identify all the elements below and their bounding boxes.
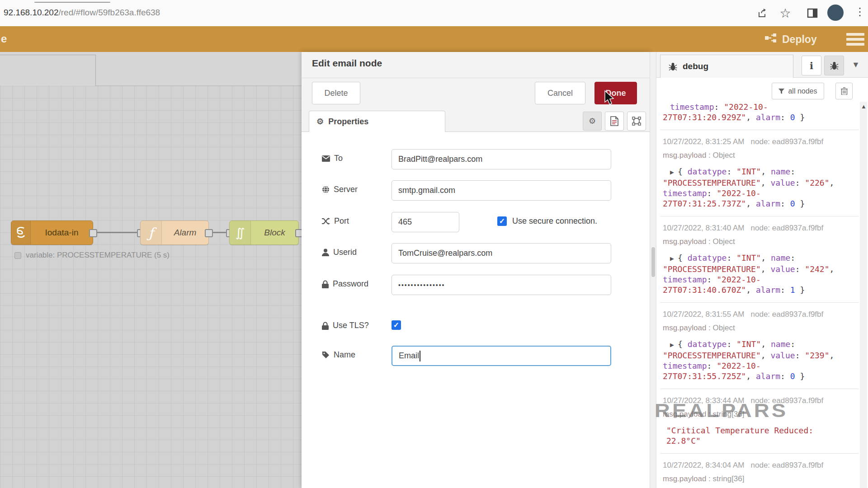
disclosure-triangle-icon[interactable]: ▶ [670,168,674,176]
done-button[interactable]: Done [594,82,637,104]
debug-message[interactable]: 10/27/2022, 8:31:25 AMnode: ead8937a.f9f… [660,130,859,216]
lock-icon [322,322,329,330]
dialog-header: Edit email node Delete Cancel Done ⚙ Pro… [302,52,650,132]
url-text[interactable]: 92.168.10.202/red/#flow/59fb263a.ffe638 [4,8,160,18]
filter-all-nodes-button[interactable]: all nodes [772,83,824,99]
message-meta: 10/27/2022, 8:31:40 AMnode: ead8937a.f9f… [663,223,856,234]
message-meta: 10/27/2022, 8:34:04 AMnode: ead8937a.f9f… [663,460,856,471]
bug-icon [669,62,677,71]
bug-icon [830,61,839,70]
cancel-button[interactable]: Cancel [535,82,585,104]
envelope-icon [322,155,330,162]
browser-avatar[interactable] [827,5,844,21]
divider [302,78,650,78]
clear-messages-button[interactable] [835,83,853,99]
node-properties-button[interactable]: ⚙ [583,112,602,131]
debug-sidebar: debug i ▼ all nodes timestamp: "2022-10-… [656,52,868,488]
debug-message[interactable]: 10/27/2022, 8:31:40 AMnode: ead8937a.f9f… [660,216,859,303]
bookmark-star-icon[interactable]: ☆ [778,6,792,20]
server-label: Server [322,185,358,194]
url-host: 92.168.10.202 [4,8,59,17]
gear-icon: ⚙ [589,116,596,126]
disclosure-triangle-icon[interactable]: ▶ [670,254,674,263]
use-tls-label: Use TLS? [322,321,369,330]
info-icon: i [810,60,813,71]
debug-message[interactable]: 10/27/2022, 8:31:55 AMnode: ead8937a.f9f… [660,303,859,389]
text-caret [420,351,420,361]
tab-properties[interactable]: ⚙ Properties [309,111,445,132]
debug-message[interactable]: 10/27/2022, 8:34:04 AMnode: ead8937a.f9f… [660,454,859,488]
funnel-icon [778,89,784,94]
userid-input[interactable] [392,243,611,263]
debug-message-list[interactable]: timestamp: "2022-10-27T07:31:20.929Z", a… [660,102,859,488]
port[interactable] [89,229,97,237]
node-label: Iodata-in [31,228,93,238]
info-button[interactable]: i [802,56,821,75]
logo-partial-text: e [1,33,7,45]
function-icon: ƒ [141,221,162,244]
app-header: e Deploy [0,26,868,52]
deploy-icon [765,33,777,46]
disclosure-triangle-icon[interactable]: ▶ [670,341,674,349]
use-tls-checkbox[interactable]: ✓ [392,320,401,330]
deploy-button[interactable]: Deploy [765,31,817,48]
port[interactable] [295,229,302,237]
port[interactable] [205,229,213,237]
node-block[interactable]: ∬ Block [229,221,299,245]
node-alarm[interactable]: ƒ Alarm [140,221,209,245]
debug-button[interactable] [824,56,844,75]
flow-canvas[interactable]: Iodata-in ƒ Alarm ∬ Block variable: PROC… [0,52,302,488]
delete-button[interactable]: Delete [312,82,360,104]
document-icon [610,116,618,126]
side-panel-icon[interactable] [806,6,819,20]
properties-tab-label: Properties [328,117,368,127]
realpars-watermark: REALPARS [655,399,788,422]
appearance-button[interactable] [627,112,646,131]
node-label: Block [251,228,298,238]
debug-toolbar: all nodes [656,78,868,102]
userid-label: Userid [322,248,357,257]
workspace-tab[interactable] [0,55,96,86]
password-label: Password [322,279,368,289]
properties-tab-row: ⚙ Properties ⚙ [302,111,650,132]
hamburger-menu-icon[interactable] [846,33,864,46]
message-payload[interactable]: "Critical Temperature Reduced:22.8°C" [663,425,856,446]
name-input[interactable]: Email [392,346,611,366]
browser-tab-edge [34,2,110,3]
message-meta: 10/27/2022, 8:31:25 AMnode: ead8937a.f9f… [663,136,856,147]
to-label: To [322,154,343,163]
debug-message[interactable]: timestamp: "2022-10-27T07:31:20.929Z", a… [660,102,859,130]
port-input[interactable] [392,212,459,232]
port-label: Port [322,216,349,226]
server-input[interactable] [392,180,611,201]
message-payload[interactable]: ▶{ datatype: "INT", name:"PROCESSTEMPERA… [663,253,856,295]
node-iodata-in[interactable]: Iodata-in [11,221,93,245]
screen: 92.168.10.202/red/#flow/59fb263a.ffe638 … [0,0,868,488]
edit-email-node-dialog: Edit email node Delete Cancel Done ⚙ Pro… [302,52,650,488]
status-dot-icon [14,252,21,259]
node-label: Alarm [162,228,208,238]
gear-icon: ⚙ [316,117,324,127]
message-payload[interactable]: timestamp: "2022-10-27T07:31:20.929Z", a… [663,102,856,122]
scrollbar-thumb[interactable] [651,247,655,277]
message-payload[interactable]: ▶{ datatype: "INT", name:"PROCESSTEMPERA… [663,166,856,209]
debug-scrollbar[interactable]: ▲ [860,102,867,488]
status-text: variable: PROCESSTEMPERATURE (5 s) [26,251,170,260]
lock-icon [322,280,329,288]
panel-separator[interactable] [650,52,656,488]
message-payload[interactable]: ▶{ datatype: "INT", name:"PROCESSTEMPERA… [663,339,856,381]
browser-menu-icon[interactable]: ⋮ [854,5,865,18]
password-input[interactable] [392,275,611,295]
secure-connection-checkbox[interactable]: ✓ [497,216,507,226]
chevron-down-icon[interactable]: ▼ [852,60,860,70]
description-button[interactable] [605,112,624,131]
user-icon [322,249,329,256]
to-input[interactable] [392,149,611,169]
message-path: msg.payload : Object [663,323,856,333]
wire[interactable] [95,232,140,233]
canvas-grid[interactable] [0,86,302,488]
scroll-up-icon[interactable]: ▲ [861,103,867,110]
share-icon[interactable] [756,6,769,20]
tab-debug[interactable]: debug [660,55,793,78]
debug-tab-label: debug [683,61,708,71]
